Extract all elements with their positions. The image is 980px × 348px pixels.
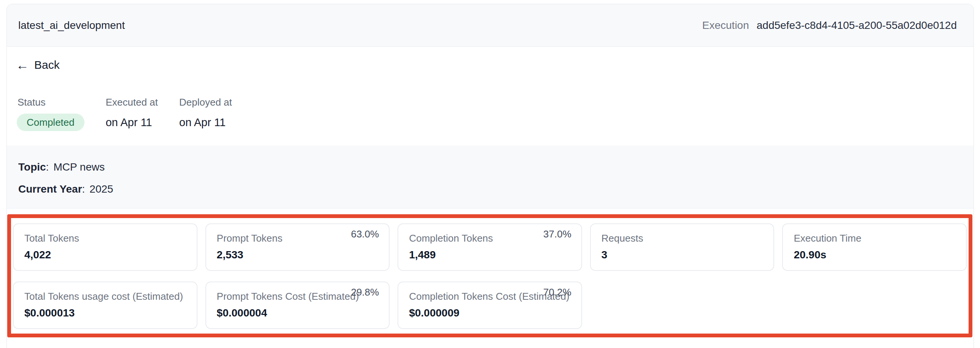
metric-card: Total Tokens4,022 [13, 223, 197, 271]
metric-card: Prompt Tokens2,53363.0% [205, 223, 390, 271]
metric-value: 4,022 [24, 248, 186, 261]
metric-percent: 29.8% [351, 286, 379, 298]
metric-value: 1,489 [409, 248, 571, 261]
metric-card: Completion Tokens Cost (Estimated)$0.000… [398, 282, 582, 329]
metric-value: 20.90s [794, 248, 955, 261]
status-column: Status Completed [18, 96, 84, 131]
metric-card: Requests3 [590, 223, 775, 271]
executed-at-value: on Apr 11 [106, 114, 158, 131]
metric-percent: 37.0% [543, 228, 571, 240]
executed-at-column: Executed at on Apr 11 [106, 96, 158, 131]
status-row: Status Completed Executed at on Apr 11 D… [18, 96, 958, 131]
metric-label: Total Tokens usage cost (Estimated) [24, 291, 186, 302]
inputs-section: Topic:MCP news Current Year:2025 [7, 146, 974, 209]
metric-value: 2,533 [217, 248, 379, 261]
executed-at-label: Executed at [106, 96, 158, 108]
metric-label: Execution Time [794, 233, 955, 244]
metric-value: $0.000009 [409, 307, 571, 320]
metric-value: $0.000004 [217, 307, 379, 320]
back-arrow-icon: ← [16, 58, 29, 72]
current-year-label: Current Year [18, 183, 82, 195]
crew-name-title: latest_ai_development [18, 19, 125, 32]
metric-value: $0.000013 [24, 307, 186, 320]
deployed-at-column: Deployed at on Apr 11 [179, 96, 232, 131]
topic-value: MCP news [53, 161, 105, 173]
metric-label: Requests [601, 233, 763, 244]
metrics-section: Total Tokens4,022Prompt Tokens2,53363.0%… [7, 209, 974, 337]
status-label: Status [18, 96, 84, 108]
input-row-topic: Topic:MCP news [18, 161, 962, 174]
metric-card: Completion Tokens1,48937.0% [398, 223, 582, 271]
content-area: ← Back Status Completed Executed at on A… [7, 47, 974, 131]
metric-label: Total Tokens [24, 233, 186, 244]
back-button[interactable]: ← Back [16, 58, 60, 72]
execution-label: Execution [702, 19, 749, 32]
input-row-current-year: Current Year:2025 [18, 183, 962, 196]
panel-header: latest_ai_development Execution add5efe3… [7, 4, 974, 47]
metric-value: 3 [601, 248, 763, 261]
back-label: Back [34, 58, 60, 72]
execution-detail-panel: latest_ai_development Execution add5efe3… [6, 4, 974, 348]
current-year-value: 2025 [89, 183, 113, 195]
metric-cards-grid: Total Tokens4,022Prompt Tokens2,53363.0%… [13, 223, 967, 329]
metric-card: Prompt Tokens Cost (Estimated)$0.0000042… [205, 282, 390, 329]
metric-card: Total Tokens usage cost (Estimated)$0.00… [13, 282, 197, 329]
deployed-at-label: Deployed at [179, 96, 232, 108]
deployed-at-value: on Apr 11 [179, 114, 232, 131]
metric-percent: 63.0% [351, 228, 379, 240]
red-highlight-rectangle: Total Tokens4,022Prompt Tokens2,53363.0%… [7, 214, 972, 337]
execution-id-value: add5efe3-c8d4-4105-a200-55a02d0e012d [757, 19, 957, 32]
status-badge: Completed [17, 114, 84, 131]
metric-card: Execution Time20.90s [782, 223, 967, 271]
execution-id-group: Execution add5efe3-c8d4-4105-a200-55a02d… [702, 19, 957, 32]
topic-label: Topic [18, 161, 46, 173]
metric-percent: 70.2% [543, 286, 571, 298]
